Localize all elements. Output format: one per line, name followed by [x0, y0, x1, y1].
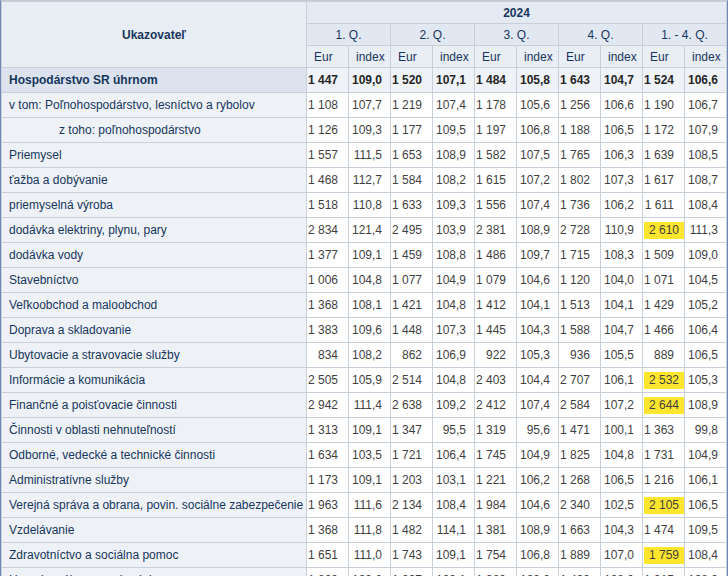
highlighted-value: 2 644 [644, 397, 684, 414]
eur-value: 1 518 [307, 193, 349, 218]
table-row: Administratívne služby1 173109,11 203103… [2, 468, 727, 493]
row-label: Doprava a skladovanie [2, 318, 307, 343]
index-value: 107,7 [349, 93, 391, 118]
eur-value: 2 403 [475, 368, 517, 393]
eur-value: 1 313 [307, 418, 349, 443]
row-label: Informácie a komunikácia [2, 368, 307, 393]
table-body: Hospodárstvo SR úhrnom1 447109,01 520107… [2, 68, 727, 576]
table-row: dodávka vody1 377109,11 459108,81 486109… [2, 243, 727, 268]
eur-unit-header: Eur [475, 46, 517, 68]
index-value: 108,9 [433, 143, 475, 168]
eur-value: 1 651 [307, 543, 349, 568]
eur-value: 1 721 [391, 443, 433, 468]
index-value: 107,0 [601, 543, 643, 568]
eur-unit-header: Eur [559, 46, 601, 68]
index-value: 104,1 [517, 293, 559, 318]
highlighted-value: 2 105 [644, 497, 684, 514]
eur-value: 1 513 [559, 293, 601, 318]
index-value: 105,6 [517, 93, 559, 118]
eur-value: 2 707 [559, 368, 601, 393]
row-label: Stavebníctvo [2, 268, 307, 293]
indicator-column-header: Ukazovateľ [2, 2, 307, 68]
index-value: 108,4 [433, 493, 475, 518]
index-value: 107,2 [601, 393, 643, 418]
eur-value: 1 745 [475, 443, 517, 468]
eur-value: 1 466 [643, 318, 685, 343]
eur-value: 1 188 [559, 118, 601, 143]
index-value: 104,8 [601, 443, 643, 468]
index-value: 107,1 [433, 68, 475, 93]
index-value: 99,8 [685, 418, 727, 443]
eur-value: 1 412 [475, 293, 517, 318]
eur-unit-header: Eur [307, 46, 349, 68]
eur-value: 1 363 [643, 418, 685, 443]
index-value: 111,6 [349, 493, 391, 518]
index-value: 108,5 [685, 143, 727, 168]
eur-value: 862 [391, 343, 433, 368]
index-value: 109,1 [349, 468, 391, 493]
eur-value: 1 468 [307, 168, 349, 193]
table-row: Veľkoobchod a maloobchod1 368108,11 4211… [2, 293, 727, 318]
eur-value: 1 611 [643, 193, 685, 218]
table-row: Informácie a komunikácia2 505105,92 5141… [2, 368, 727, 393]
quarter-header: 2. Q. [391, 24, 475, 46]
eur-value: 936 [559, 343, 601, 368]
index-value: 111,5 [349, 143, 391, 168]
eur-value: 1 377 [307, 243, 349, 268]
index-value: 111,8 [349, 518, 391, 543]
statistics-table: Ukazovateľ 2024 1. Q.2. Q.3. Q.4. Q.1. -… [0, 0, 728, 576]
eur-value: 1 588 [559, 318, 601, 343]
eur-value: 1 984 [475, 493, 517, 518]
index-value: 107,3 [433, 318, 475, 343]
eur-value: 1 126 [307, 118, 349, 143]
row-label: v tom: Poľnohospodárstvo, lesníctvo a ry… [2, 93, 307, 118]
eur-value: 1 584 [391, 168, 433, 193]
eur-value: 1 663 [559, 518, 601, 543]
index-value: 112,7 [349, 168, 391, 193]
table-row: Ubytovacie a stravovacie služby834108,28… [2, 343, 727, 368]
eur-value: 1 639 [643, 143, 685, 168]
eur-value: 1 520 [391, 68, 433, 93]
eur-value: 1 368 [307, 518, 349, 543]
index-value: 105,3 [517, 343, 559, 368]
eur-value: 1 360 [475, 568, 517, 576]
quarter-header: 3. Q. [475, 24, 559, 46]
row-label: dodávka elektriny, plynu, pary [2, 218, 307, 243]
eur-value: 889 [643, 343, 685, 368]
index-value: 108,9 [685, 568, 727, 576]
index-value: 110,9 [601, 218, 643, 243]
eur-value: 1 268 [559, 468, 601, 493]
index-value: 109,5 [433, 118, 475, 143]
index-value: 109,0 [685, 243, 727, 268]
eur-value: 1 743 [391, 543, 433, 568]
row-label: ťažba a dobývanie [2, 168, 307, 193]
index-value: 106,5 [685, 493, 727, 518]
index-value: 109,1 [349, 418, 391, 443]
index-value: 105,2 [685, 293, 727, 318]
eur-value: 1 825 [559, 443, 601, 468]
eur-value: 1 615 [475, 168, 517, 193]
eur-value: 922 [475, 343, 517, 368]
eur-value: 1 471 [559, 418, 601, 443]
index-value: 108,9 [685, 393, 727, 418]
row-label: Vzdelávanie [2, 518, 307, 543]
eur-value: 1 643 [559, 68, 601, 93]
index-value: 108,9 [517, 218, 559, 243]
index-value: 106,8 [517, 118, 559, 143]
eur-value: 2 412 [475, 393, 517, 418]
index-value: 109,3 [349, 118, 391, 143]
eur-value: 1 315 [643, 568, 685, 576]
index-value: 105,5 [601, 343, 643, 368]
index-value: 106,1 [601, 368, 643, 393]
index-value: 106,4 [685, 318, 727, 343]
index-value: 104,3 [601, 518, 643, 543]
eur-value: 1 754 [475, 543, 517, 568]
row-label: Finančné a poisťovacie činnosti [2, 393, 307, 418]
eur-value: 2 381 [475, 218, 517, 243]
eur-value: 2 728 [559, 218, 601, 243]
row-label: Verejná správa a obrana, povin. sociálne… [2, 493, 307, 518]
index-value: 106,2 [601, 193, 643, 218]
index-value: 108,4 [685, 193, 727, 218]
row-label: Priemysel [2, 143, 307, 168]
index-value: 108,1 [349, 293, 391, 318]
